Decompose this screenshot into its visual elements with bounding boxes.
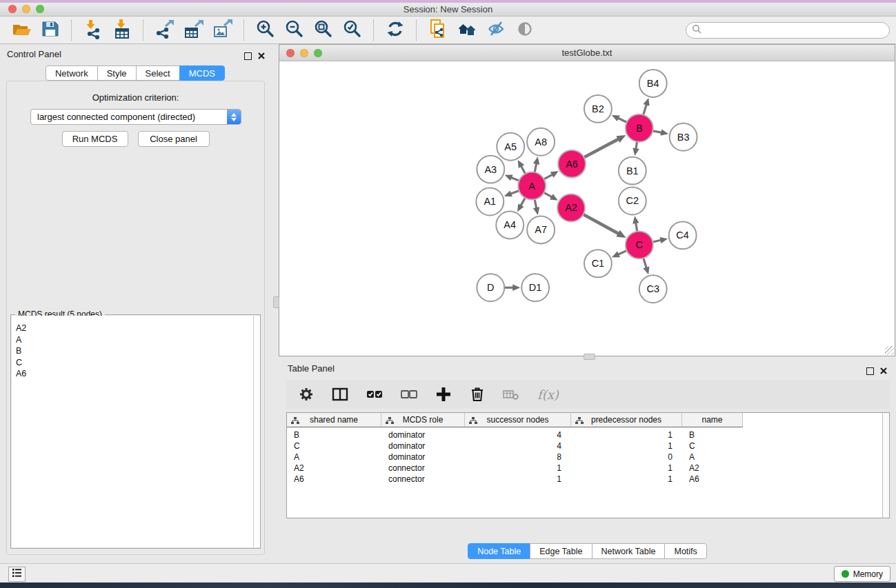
tab-style[interactable]: Style	[97, 65, 137, 81]
table-tab-motifs[interactable]: Motifs	[664, 543, 706, 559]
gear-button[interactable]	[299, 387, 314, 402]
export-table-button[interactable]	[179, 19, 208, 42]
node-A4[interactable]: A4	[496, 211, 524, 239]
table-cell[interactable]: 1	[465, 474, 571, 485]
table-cell[interactable]: C	[287, 440, 381, 452]
edge-A-A4[interactable]	[517, 197, 526, 212]
node-A2[interactable]: A2	[557, 194, 585, 222]
search-field[interactable]	[686, 22, 890, 39]
resize-grip[interactable]	[885, 346, 894, 355]
column-view-button[interactable]	[332, 387, 348, 402]
mcds-result-list[interactable]: A2ABCA6	[12, 316, 253, 547]
node-A3[interactable]: A3	[477, 156, 504, 183]
edge-B-B1[interactable]	[633, 141, 639, 156]
export-image-button[interactable]	[208, 19, 237, 42]
edge-C-C4[interactable]	[652, 237, 668, 243]
tab-mcds[interactable]: MCDS	[179, 65, 225, 81]
vertical-splitter-handle[interactable]	[273, 296, 279, 308]
table-cell[interactable]: B	[287, 429, 381, 440]
table-cell[interactable]: A	[287, 452, 381, 463]
edge-A-A1[interactable]	[504, 190, 520, 196]
float-panel-icon[interactable]	[244, 52, 252, 60]
tab-network[interactable]: Network	[46, 65, 98, 81]
result-list-scrollbar[interactable]	[253, 316, 260, 547]
table-cell[interactable]: A2	[287, 463, 381, 474]
open-session-button[interactable]	[7, 19, 36, 42]
node-C[interactable]: C	[626, 231, 653, 258]
table-cell[interactable]: 4	[465, 429, 571, 440]
column-header-predecessor-nodes[interactable]: predecessor nodes	[571, 413, 682, 427]
column-header-MCDS-role[interactable]: MCDS role	[381, 413, 465, 427]
node-B4[interactable]: B4	[639, 70, 667, 97]
edge-C-C2[interactable]	[633, 216, 639, 232]
home-button[interactable]	[452, 19, 481, 42]
table-cell[interactable]: 1	[571, 463, 682, 474]
clone-network-button[interactable]	[424, 19, 452, 42]
add-column-button[interactable]	[435, 386, 452, 403]
hide-eye-button[interactable]	[481, 19, 510, 42]
table-cell[interactable]: 1	[571, 429, 682, 440]
node-A[interactable]: A	[518, 172, 546, 200]
table-cell[interactable]: connector	[381, 463, 465, 474]
edge-A-A5[interactable]	[518, 160, 526, 174]
edge-A-A2[interactable]	[544, 192, 558, 201]
table-cell[interactable]: A2	[682, 463, 743, 474]
zoom-fit-button[interactable]	[309, 19, 338, 42]
table-row[interactable]: Cdominator41C	[287, 440, 889, 452]
edge-A-A3[interactable]	[505, 174, 520, 181]
node-D1[interactable]: D1	[521, 274, 549, 301]
node-A5[interactable]: A5	[497, 133, 524, 161]
node-A7[interactable]: A7	[527, 216, 555, 243]
run-mcds-button[interactable]: Run MCDS	[62, 131, 128, 147]
network-canvas[interactable]: AA1A2A3A4A5A6A7A8BB1B2B3B4CC1C2C3C4DD1	[279, 61, 895, 356]
table-cell[interactable]: 1	[571, 440, 682, 452]
table-tab-node-table[interactable]: Node Table	[468, 543, 530, 559]
deselect-all-button[interactable]	[401, 387, 417, 402]
import-network-button[interactable]	[79, 19, 108, 42]
edge-A-A8[interactable]	[533, 156, 539, 173]
edge-A-A7[interactable]	[533, 199, 539, 215]
edge-A2-C[interactable]	[583, 214, 626, 238]
table-cell[interactable]: A6	[682, 474, 743, 485]
task-history-button[interactable]	[8, 567, 26, 582]
table-row[interactable]: Bdominator41B	[287, 429, 889, 440]
contrast-button[interactable]	[510, 19, 539, 42]
delete-column-button[interactable]	[470, 386, 485, 403]
result-item-b[interactable]: B	[16, 345, 253, 357]
tab-select[interactable]: Select	[136, 65, 180, 81]
table-row[interactable]: A6connector11A6	[287, 474, 889, 485]
column-header-name[interactable]: name	[682, 413, 743, 427]
table-cell[interactable]: connector	[381, 474, 465, 485]
edge-A6-B[interactable]	[584, 135, 626, 158]
edge-C-C1[interactable]	[612, 250, 628, 257]
search-input[interactable]	[705, 23, 889, 37]
edge-B-B3[interactable]	[652, 129, 668, 135]
table-cell[interactable]: 1	[571, 474, 682, 485]
table-cell[interactable]: C	[682, 440, 743, 452]
close-table-panel-icon[interactable]	[880, 365, 887, 377]
table-cell[interactable]: A	[682, 452, 743, 463]
refresh-button[interactable]	[381, 19, 410, 42]
result-item-a[interactable]: A	[16, 334, 253, 346]
table-row[interactable]: A2connector11A2	[287, 463, 889, 474]
node-D[interactable]: D	[477, 274, 504, 301]
import-table-button[interactable]	[108, 19, 137, 42]
edge-B-B2[interactable]	[612, 115, 628, 123]
result-item-c[interactable]: C	[16, 357, 253, 369]
node-A6[interactable]: A6	[558, 150, 586, 178]
node-B2[interactable]: B2	[584, 95, 612, 123]
node-A8[interactable]: A8	[527, 128, 555, 156]
zoom-out-button[interactable]	[280, 19, 309, 42]
close-panel-icon[interactable]	[258, 50, 265, 62]
edge-C-C3[interactable]	[643, 257, 649, 274]
column-header-successor-nodes[interactable]: successor nodes	[465, 413, 571, 427]
node-B[interactable]: B	[626, 114, 653, 142]
export-network-button[interactable]	[150, 19, 179, 42]
node-A1[interactable]: A1	[476, 188, 504, 216]
node-B1[interactable]: B1	[619, 157, 646, 185]
table-cell[interactable]: 1	[465, 463, 571, 474]
save-session-button[interactable]	[36, 19, 65, 42]
memory-button[interactable]: Memory	[834, 566, 890, 582]
node-B3[interactable]: B3	[670, 123, 697, 151]
table-cell[interactable]: A6	[287, 474, 381, 485]
